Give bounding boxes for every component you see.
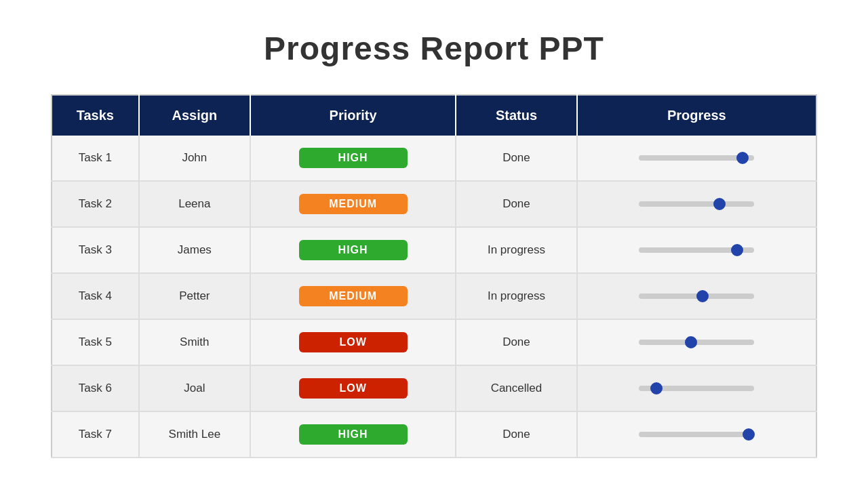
cell-assign: Smith Lee: [139, 411, 250, 458]
priority-badge: HIGH: [299, 240, 408, 260]
cell-status: Done: [456, 136, 576, 181]
priority-badge: HIGH: [299, 148, 408, 168]
header-priority: Priority: [250, 95, 456, 136]
cell-progress: [577, 181, 816, 227]
header-progress: Progress: [577, 95, 816, 136]
table-row: Task 3JamesHIGHIn progress: [52, 227, 816, 273]
table-row: Task 2LeenaMEDIUMDone: [52, 181, 816, 227]
cell-assign: Joal: [139, 365, 250, 411]
progress-thumb: [731, 244, 743, 256]
cell-task: Task 7: [52, 411, 139, 458]
header-status: Status: [456, 95, 576, 136]
table-container: Tasks Assign Priority Status Progress Ta…: [51, 94, 817, 458]
cell-status: Done: [456, 181, 576, 227]
progress-track[interactable]: [639, 201, 754, 207]
priority-badge: MEDIUM: [299, 194, 408, 214]
progress-table: Tasks Assign Priority Status Progress Ta…: [51, 94, 817, 458]
priority-badge: HIGH: [299, 424, 408, 445]
cell-assign: James: [139, 227, 250, 273]
page-title: Progress Report PPT: [264, 30, 604, 67]
progress-thumb: [713, 198, 726, 210]
cell-task: Task 2: [52, 181, 139, 227]
priority-badge: LOW: [299, 332, 408, 352]
cell-status: Cancelled: [456, 365, 576, 411]
cell-status: Done: [456, 411, 576, 458]
cell-assign: Smith: [139, 319, 250, 365]
header-assign: Assign: [139, 95, 250, 136]
cell-progress: [577, 273, 816, 319]
progress-track[interactable]: [639, 386, 754, 391]
table-row: Task 6JoalLOWCancelled: [52, 365, 816, 411]
progress-thumb: [736, 152, 749, 164]
cell-progress: [577, 411, 816, 458]
progress-track[interactable]: [639, 432, 754, 437]
cell-task: Task 1: [52, 136, 139, 181]
progress-thumb: [743, 428, 755, 441]
cell-status: Done: [456, 319, 576, 365]
cell-priority: LOW: [250, 365, 456, 411]
progress-track[interactable]: [639, 293, 754, 299]
cell-task: Task 4: [52, 273, 139, 319]
table-row: Task 7Smith LeeHIGHDone: [52, 411, 816, 458]
cell-progress: [577, 365, 816, 411]
cell-assign: Leena: [139, 181, 250, 227]
cell-progress: [577, 319, 816, 365]
cell-progress: [577, 227, 816, 273]
priority-badge: LOW: [299, 378, 408, 399]
table-row: Task 5SmithLOWDone: [52, 319, 816, 365]
cell-task: Task 6: [52, 365, 139, 411]
progress-thumb: [650, 382, 663, 394]
table-row: Task 1JohnHIGHDone: [52, 136, 816, 181]
progress-thumb: [685, 336, 697, 348]
cell-assign: John: [139, 136, 250, 181]
table-row: Task 4PetterMEDIUMIn progress: [52, 273, 816, 319]
header-tasks: Tasks: [52, 95, 139, 136]
cell-priority: LOW: [250, 319, 456, 365]
cell-task: Task 5: [52, 319, 139, 365]
table-header-row: Tasks Assign Priority Status Progress: [52, 95, 816, 136]
priority-badge: MEDIUM: [299, 286, 408, 306]
cell-priority: MEDIUM: [250, 273, 456, 319]
cell-priority: HIGH: [250, 411, 456, 458]
progress-track[interactable]: [639, 155, 754, 161]
cell-assign: Petter: [139, 273, 250, 319]
progress-track[interactable]: [639, 340, 754, 345]
cell-priority: HIGH: [250, 136, 456, 181]
cell-priority: MEDIUM: [250, 181, 456, 227]
progress-track[interactable]: [639, 247, 754, 253]
cell-priority: HIGH: [250, 227, 456, 273]
cell-status: In progress: [456, 273, 576, 319]
progress-thumb: [696, 290, 709, 302]
cell-progress: [577, 136, 816, 181]
cell-status: In progress: [456, 227, 576, 273]
cell-task: Task 3: [52, 227, 139, 273]
